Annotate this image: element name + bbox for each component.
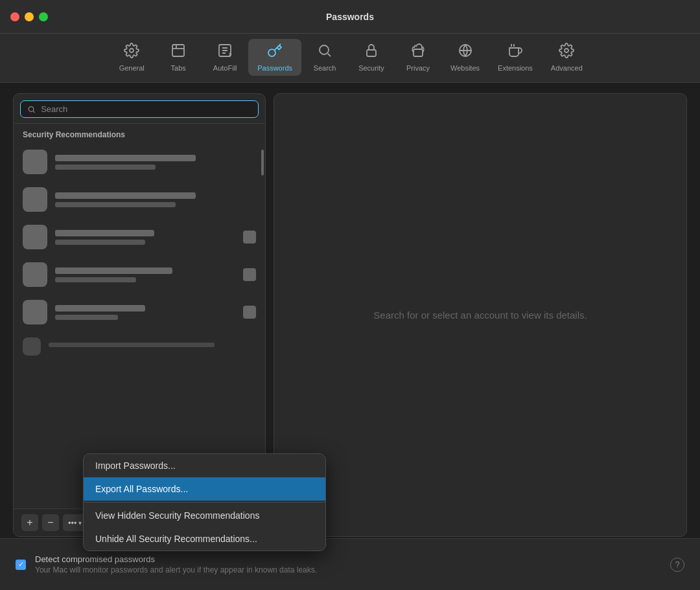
- chevron-down-icon: ▾: [78, 519, 82, 527]
- item-subtitle: [55, 202, 176, 207]
- toolbar-item-autofill[interactable]: AutoFill: [202, 39, 248, 76]
- unhide-label: Unhide All Security Recommendations...: [95, 534, 257, 544]
- item-text: [55, 155, 256, 170]
- item-title: [55, 230, 154, 236]
- svg-rect-1: [172, 45, 184, 56]
- detect-checkbox[interactable]: ✓: [16, 560, 26, 570]
- title-bar: Passwords: [0, 0, 700, 34]
- websites-icon: [458, 43, 473, 61]
- general-icon: [124, 43, 139, 61]
- toolbar-item-advanced[interactable]: Advanced: [542, 39, 592, 76]
- item-subtitle: [55, 315, 118, 320]
- passwords-icon: [267, 43, 283, 61]
- advanced-label: Advanced: [551, 64, 583, 72]
- item-text: [55, 267, 235, 282]
- extensions-icon: [508, 43, 523, 61]
- svg-point-3: [320, 45, 329, 54]
- item-title: [55, 267, 172, 274]
- detect-sublabel-text: Your Mac will monitor passwords and aler…: [35, 565, 317, 574]
- search-label: Search: [314, 64, 336, 72]
- help-button[interactable]: ?: [670, 558, 684, 572]
- security-label: Security: [358, 64, 384, 72]
- extensions-label: Extensions: [498, 64, 533, 72]
- add-button[interactable]: +: [21, 514, 38, 531]
- window-title: Passwords: [326, 12, 374, 22]
- detect-label-text: Detect compromised passwords: [35, 554, 155, 564]
- toolbar-item-general[interactable]: General: [108, 39, 155, 76]
- toolbar-item-tabs[interactable]: Tabs: [155, 39, 202, 76]
- export-passwords-label: Export All Passwords...: [95, 484, 188, 494]
- toolbar-item-search[interactable]: Search: [301, 39, 348, 76]
- warning-icon: [243, 231, 256, 244]
- item-avatar: [23, 150, 47, 174]
- toolbar-item-security[interactable]: Security: [348, 39, 395, 76]
- toolbar-item-privacy[interactable]: Privacy: [395, 39, 441, 76]
- list-item[interactable]: [14, 256, 265, 293]
- import-passwords-item[interactable]: Import Passwords...: [84, 454, 325, 477]
- help-icon: ?: [675, 560, 679, 569]
- export-passwords-item[interactable]: Export All Passwords...: [84, 477, 325, 501]
- privacy-label: Privacy: [406, 64, 430, 72]
- list-item[interactable]: [14, 293, 265, 331]
- view-hidden-label: View Hidden Security Recommendations: [95, 510, 259, 521]
- advanced-icon: [559, 43, 574, 61]
- item-text: [55, 305, 235, 320]
- item-text: [49, 343, 256, 350]
- add-icon: +: [27, 517, 32, 528]
- empty-state-text: Search for or select an account to view …: [373, 310, 587, 321]
- svg-point-0: [130, 49, 134, 52]
- remove-icon: −: [47, 517, 53, 528]
- item-subtitle: [55, 165, 156, 170]
- item-subtitle: [55, 277, 136, 282]
- item-avatar: [23, 262, 47, 287]
- item-avatar: [23, 300, 47, 324]
- search-input-icon: [27, 105, 36, 114]
- maximize-button[interactable]: [39, 12, 48, 21]
- section-header: Security Recommendations: [14, 124, 265, 143]
- more-icon: •••: [68, 518, 77, 528]
- list-item[interactable]: [14, 181, 265, 218]
- detect-subtitle: Your Mac will monitor passwords and aler…: [35, 565, 661, 574]
- item-avatar: [23, 337, 41, 356]
- context-menu: Import Passwords... Export All Passwords…: [83, 453, 326, 551]
- item-title: [55, 155, 196, 161]
- svg-rect-4: [367, 50, 376, 56]
- close-button[interactable]: [10, 12, 19, 21]
- toolbar-item-websites[interactable]: Websites: [441, 39, 489, 76]
- list-item[interactable]: [14, 143, 265, 181]
- context-menu-divider: [84, 502, 325, 503]
- item-subtitle: [55, 240, 145, 245]
- svg-point-7: [29, 106, 34, 111]
- autofill-label: AutoFill: [213, 64, 237, 72]
- item-avatar: [23, 187, 47, 212]
- websites-label: Websites: [450, 64, 480, 72]
- view-hidden-item[interactable]: View Hidden Security Recommendations: [84, 504, 325, 527]
- right-panel: Search for or select an account to view …: [274, 93, 687, 537]
- remove-button[interactable]: −: [42, 514, 59, 531]
- toolbar: General Tabs AutoFill Passwords: [0, 34, 700, 83]
- item-text: [55, 192, 256, 207]
- item-title: [55, 192, 196, 199]
- item-title: [55, 305, 145, 312]
- bottom-text: Detect compromised passwords Your Mac wi…: [35, 554, 661, 574]
- search-icon: [317, 43, 332, 61]
- tabs-icon: [170, 43, 186, 61]
- unhide-item[interactable]: Unhide All Security Recommendations...: [84, 527, 325, 550]
- import-passwords-label: Import Passwords...: [95, 460, 176, 471]
- list-item[interactable]: [14, 218, 265, 256]
- list-item[interactable]: [14, 331, 265, 362]
- passwords-label: Passwords: [257, 64, 292, 72]
- warning-icon: [243, 306, 256, 319]
- item-title: [49, 343, 215, 347]
- toolbar-item-extensions[interactable]: Extensions: [489, 39, 542, 76]
- search-box: [20, 100, 259, 118]
- tabs-label: Tabs: [171, 64, 186, 72]
- toolbar-item-passwords[interactable]: Passwords: [248, 39, 301, 76]
- minimize-button[interactable]: [25, 12, 34, 21]
- traffic-lights: [10, 12, 48, 21]
- autofill-icon: [217, 43, 233, 61]
- warning-icon: [243, 268, 256, 281]
- detect-title: Detect compromised passwords: [35, 554, 661, 564]
- svg-point-6: [565, 49, 568, 52]
- search-input[interactable]: [41, 104, 251, 114]
